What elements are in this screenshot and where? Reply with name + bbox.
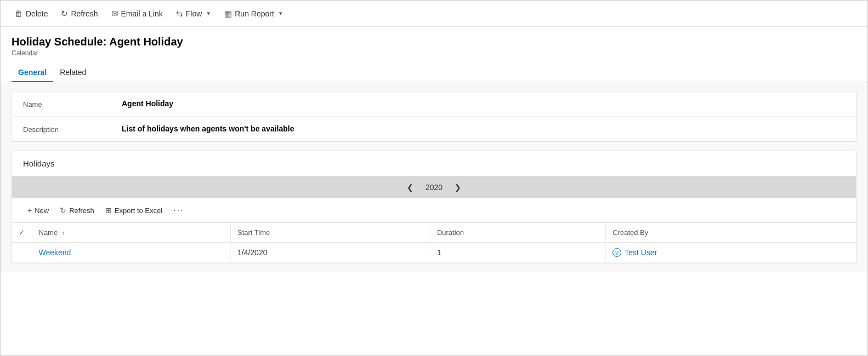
row-check-cell[interactable] (12, 243, 32, 263)
year-display: 2020 (426, 183, 442, 192)
page-subtitle: Calendar (12, 49, 856, 57)
flow-button[interactable]: ⇆ Flow ▼ (171, 6, 217, 21)
more-options-button[interactable]: ··· (169, 203, 188, 218)
run-report-icon: ▦ (224, 9, 232, 19)
holidays-card: Holidays ❮ 2020 ❯ + New ↻ Refresh ⊞ Expo… (12, 151, 856, 263)
start-time-column-header[interactable]: Start Time (230, 223, 430, 243)
table-row: Weekend 1/4/2020 1 ◎ Test User (12, 243, 856, 263)
check-column-header: ✓ (12, 223, 32, 243)
email-link-label: Email a Link (121, 9, 163, 18)
email-icon: ✉ (111, 9, 118, 19)
row-start-time-cell: 1/4/2020 (230, 243, 430, 263)
email-link-button[interactable]: ✉ Email a Link (106, 6, 168, 21)
table-header-row: ✓ Name ↑ Start Time Duration Created By (12, 223, 856, 243)
refresh-button[interactable]: ↻ Refresh (55, 6, 103, 21)
form-row-name: Name Agent Holiday (12, 91, 856, 117)
description-label: Description (23, 124, 122, 134)
name-sort-icon: ↑ (62, 230, 65, 236)
delete-label: Delete (26, 9, 48, 18)
holidays-table: ✓ Name ↑ Start Time Duration Created By (12, 223, 856, 263)
created-by-name: Test User (625, 248, 657, 257)
year-navigation: ❮ 2020 ❯ (12, 176, 856, 198)
form-row-description: Description List of holidays when agents… (12, 117, 856, 141)
new-icon: + (27, 206, 32, 215)
new-label: New (35, 206, 49, 215)
tab-related[interactable]: Related (53, 64, 93, 82)
tabs: General Related (1, 64, 867, 82)
refresh-icon: ↻ (61, 9, 68, 19)
refresh-holidays-icon: ↻ (60, 206, 66, 215)
row-duration-cell: 1 (430, 243, 605, 263)
new-holiday-button[interactable]: + New (23, 203, 53, 217)
holidays-section-title: Holidays (12, 151, 856, 176)
export-excel-button[interactable]: ⊞ Export to Excel (101, 203, 167, 217)
more-icon: ··· (173, 205, 184, 215)
page-header: Holiday Schedule: Agent Holiday Calendar (1, 27, 867, 57)
duration-column-header[interactable]: Duration (430, 223, 605, 243)
created-by-user[interactable]: ◎ Test User (612, 248, 849, 257)
description-value: List of holidays when agents won't be av… (122, 124, 294, 133)
form-card: Name Agent Holiday Description List of h… (12, 91, 856, 142)
row-created-by-cell: ◎ Test User (606, 243, 856, 263)
top-toolbar: 🗑 Delete ↻ Refresh ✉ Email a Link ⇆ Flow… (1, 1, 867, 27)
holidays-sub-toolbar: + New ↻ Refresh ⊞ Export to Excel ··· (12, 198, 856, 223)
created-by-column-header[interactable]: Created By (606, 223, 856, 243)
excel-icon: ⊞ (105, 206, 112, 215)
refresh-label: Refresh (71, 9, 98, 18)
tab-general[interactable]: General (12, 64, 53, 82)
run-report-chevron-icon: ▼ (278, 10, 283, 16)
row-name-cell: Weekend (32, 243, 230, 263)
name-label: Name (23, 99, 122, 108)
flow-icon: ⇆ (176, 9, 183, 19)
refresh-holidays-label: Refresh (69, 206, 94, 215)
name-column-header[interactable]: Name ↑ (32, 223, 230, 243)
flow-chevron-icon: ▼ (206, 10, 211, 16)
export-label: Export to Excel (115, 206, 162, 215)
delete-button[interactable]: 🗑 Delete (9, 6, 53, 21)
next-year-button[interactable]: ❯ (451, 182, 464, 193)
page-title: Holiday Schedule: Agent Holiday (12, 36, 856, 48)
refresh-holidays-button[interactable]: ↻ Refresh (55, 203, 99, 217)
prev-year-button[interactable]: ❮ (404, 182, 417, 193)
run-report-label: Run Report (235, 9, 274, 18)
check-header-icon: ✓ (19, 228, 25, 237)
holiday-name-link[interactable]: Weekend (39, 248, 71, 257)
run-report-button[interactable]: ▦ Run Report ▼ (219, 6, 289, 21)
delete-icon: 🗑 (15, 9, 23, 18)
flow-label: Flow (186, 9, 202, 18)
name-value: Agent Holiday (122, 99, 173, 108)
main-content: Name Agent Holiday Description List of h… (1, 82, 867, 272)
user-icon: ◎ (612, 248, 621, 257)
